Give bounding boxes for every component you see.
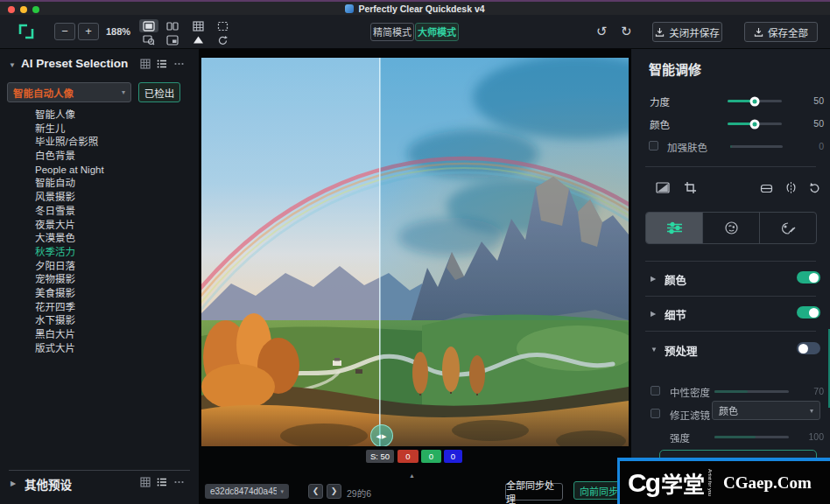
preset-item[interactable]: 新生儿 [0, 122, 200, 136]
flip-horizontal-icon[interactable] [784, 181, 798, 194]
section-detail-label[interactable]: 细节 [665, 306, 686, 323]
preset-item[interactable]: 宠物摄影 [0, 273, 200, 287]
palette-icon [780, 221, 796, 235]
preset-item-selected[interactable]: 秋季活力 [0, 246, 200, 260]
collapse-caret-icon[interactable]: ▼ [9, 61, 16, 69]
list-layout-icon[interactable] [157, 59, 167, 69]
preset-item[interactable]: 智能人像 [0, 108, 200, 122]
slider-thumb[interactable] [750, 96, 760, 106]
preset-category-dropdown[interactable]: 智能自动人像 ▾ [7, 82, 131, 102]
watermark: Cg 学堂 Artist for you CGaep.Com [617, 458, 830, 504]
single-view-icon[interactable] [139, 19, 158, 32]
filename-dropdown[interactable]: e32dc8474d0a45789c ▾ [205, 484, 289, 499]
section-color-label[interactable]: 颜色 [665, 271, 686, 288]
preset-item[interactable]: 冬日雪景 [0, 205, 200, 219]
rotate-canvas-icon[interactable] [213, 33, 232, 46]
nd-checkbox[interactable] [651, 386, 660, 396]
color-section-toggle[interactable] [797, 271, 820, 284]
crop-icon[interactable] [684, 181, 697, 194]
close-and-save-button[interactable]: 关闭并保存 [652, 22, 722, 42]
sliders-icon [666, 221, 683, 234]
preset-item[interactable]: 版式大片 [0, 342, 200, 356]
more-options-icon[interactable] [173, 59, 185, 69]
preset-item[interactable]: 大漠景色 [0, 232, 200, 246]
grid-layout-icon[interactable] [140, 477, 151, 487]
flatten-icon[interactable] [760, 182, 773, 194]
intensity-label: 强度 [670, 430, 690, 444]
intensity-value: 100 [798, 431, 824, 442]
master-mode-button[interactable]: 大师模式 [415, 23, 459, 41]
intensity-slider[interactable] [714, 436, 789, 438]
preset-item[interactable]: 风景摄影 [0, 191, 200, 205]
section-preprocess-label[interactable]: 预处理 [665, 342, 698, 359]
detail-section-toggle[interactable] [797, 306, 820, 318]
adjustment-panel: 智能调修 力度 50 颜色 50 加强肤色 0 [630, 49, 830, 504]
zoom-level: 188% [106, 26, 130, 37]
list-layout-icon[interactable] [157, 477, 167, 487]
crop-view-icon[interactable] [213, 19, 232, 32]
before-after-split-handle[interactable]: ◀▶ [370, 424, 393, 446]
simple-mode-button[interactable]: 精简模式 [370, 23, 414, 41]
sample-size-chip: S: 50 [366, 450, 394, 463]
strength-value: 50 [801, 95, 824, 106]
filter-checkbox[interactable] [651, 409, 660, 418]
watermark-logo-cn: 学堂 [661, 467, 705, 499]
preset-item[interactable]: 黑白大片 [0, 328, 200, 342]
image-position-label: 29的6 [347, 486, 371, 500]
nd-slider[interactable] [714, 390, 789, 393]
divider [645, 166, 816, 167]
photo-preview: ◀▶ [201, 58, 629, 446]
undo-icon[interactable]: ↺ [596, 24, 608, 38]
skin-tone-checkbox[interactable] [649, 141, 658, 150]
preset-item[interactable]: 毕业照/合影照 [0, 136, 200, 150]
loupe-view-icon[interactable] [139, 33, 158, 46]
picture-in-picture-icon[interactable] [163, 33, 182, 46]
preset-item[interactable]: 夜景大片 [0, 219, 200, 233]
save-all-button[interactable]: 保存全部 [744, 22, 818, 42]
color-slider[interactable] [728, 122, 782, 125]
grid-view-icon[interactable] [188, 19, 208, 32]
tab-retouch[interactable] [760, 213, 816, 243]
preset-item[interactable]: 花开四季 [0, 301, 200, 315]
export-icon [754, 27, 763, 37]
preset-item[interactable]: 美食摄影 [0, 287, 200, 301]
divider [645, 296, 816, 297]
expand-caret-icon[interactable]: ▶ [651, 310, 656, 318]
preset-item[interactable]: 水下摄影 [0, 314, 200, 328]
redo-icon[interactable]: ↻ [621, 24, 632, 38]
preset-item[interactable]: People at Night [0, 164, 200, 178]
split-view-icon[interactable] [163, 19, 182, 32]
expand-caret-icon[interactable]: ▶ [11, 480, 16, 487]
skin-tone-slider[interactable] [730, 145, 783, 148]
filter-dropdown[interactable]: 颜色 ▾ [712, 401, 820, 420]
grid-layout-icon[interactable] [140, 59, 151, 69]
face-icon [724, 220, 739, 235]
navigator-triangle-icon[interactable] [188, 33, 208, 46]
more-options-icon[interactable] [173, 477, 185, 487]
strength-slider[interactable] [728, 100, 782, 102]
zoom-in-button[interactable]: + [78, 23, 99, 40]
next-image-button[interactable]: ❯ [327, 484, 341, 499]
previous-image-button[interactable]: ❮ [308, 484, 323, 499]
filmstrip-collapse-caret-icon[interactable]: ▲ [409, 472, 415, 479]
rotate-icon[interactable] [808, 181, 820, 193]
nd-value: 70 [801, 386, 824, 396]
other-presets-title[interactable]: 其他预设 [25, 475, 72, 493]
preset-item[interactable]: 白色背景 [0, 150, 200, 164]
app-icon [345, 4, 354, 13]
sync-all-button[interactable]: 全部同步处理 [505, 483, 563, 500]
compare-icon[interactable] [656, 181, 670, 194]
perfectly-clear-logo-icon [18, 23, 35, 40]
expand-caret-icon[interactable]: ▶ [651, 275, 656, 283]
skin-tone-label: 加强肤色 [667, 140, 707, 154]
preset-item[interactable]: 智能自动 [0, 177, 200, 191]
tab-adjustments[interactable] [646, 213, 703, 243]
collapse-caret-icon[interactable]: ▼ [651, 346, 658, 354]
slider-thumb[interactable] [750, 119, 760, 129]
tab-face[interactable] [703, 213, 760, 243]
zoom-out-button[interactable]: − [54, 23, 75, 40]
detected-badge[interactable]: 已检出 [138, 82, 180, 102]
preset-item[interactable]: 夕阳日落 [0, 260, 200, 274]
preprocess-section-toggle[interactable] [797, 342, 820, 354]
export-icon [655, 27, 665, 37]
